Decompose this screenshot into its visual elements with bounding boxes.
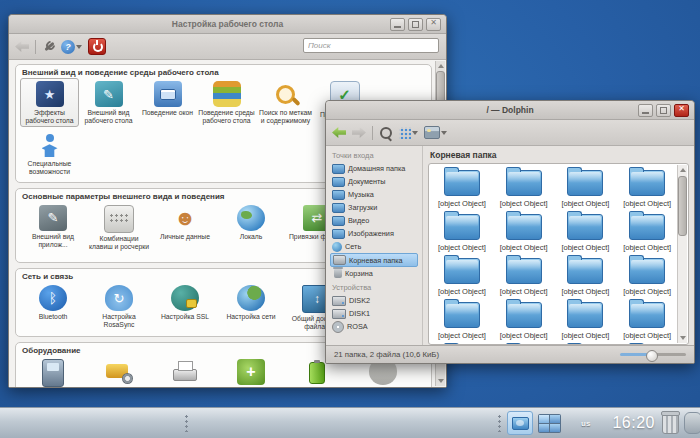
device-label: DISK2 bbox=[349, 296, 370, 305]
folder-item[interactable]: [object Object] bbox=[616, 170, 678, 214]
folder-item[interactable]: [object Object] bbox=[616, 302, 678, 345]
scrollbar-thumb[interactable] bbox=[678, 176, 687, 236]
place-item[interactable]: Домашняя папка bbox=[330, 162, 418, 175]
folder-item[interactable]: [object Object] bbox=[431, 258, 493, 302]
place-item[interactable]: Сеть bbox=[330, 240, 418, 253]
settings-item[interactable]: Действия для устройств bbox=[86, 356, 152, 387]
settings-item[interactable]: Локаль bbox=[218, 202, 284, 243]
scroll-up-icon[interactable] bbox=[680, 168, 686, 172]
settings-item[interactable]: Личные данные bbox=[152, 202, 218, 243]
forward-button[interactable] bbox=[352, 127, 366, 138]
panel-cashew-icon[interactable] bbox=[684, 412, 700, 434]
device-icon bbox=[332, 296, 346, 306]
settings-item[interactable]: Эффекты рабочего стола bbox=[20, 78, 79, 127]
folder-item[interactable]: [object Object] bbox=[493, 214, 555, 258]
settings-item-label: Поиск по меткам и содержимому bbox=[257, 109, 314, 125]
device-item[interactable]: ROSA bbox=[330, 320, 418, 333]
folder-item[interactable]: [object Object] bbox=[555, 302, 617, 345]
settings-item[interactable]: Поведение окон bbox=[138, 78, 197, 119]
scroll-down-icon[interactable] bbox=[438, 379, 444, 383]
settings-item[interactable]: Поиск по меткам и содержимому bbox=[256, 78, 315, 127]
place-item[interactable]: Изображения bbox=[330, 227, 418, 240]
place-item[interactable]: Музыка bbox=[330, 188, 418, 201]
settings-item[interactable]: Настройка сети bbox=[218, 282, 284, 323]
device-icon bbox=[332, 309, 346, 319]
folder-item[interactable]: [object Object] bbox=[616, 258, 678, 302]
settings-item[interactable]: Специальные возможности bbox=[20, 129, 79, 178]
place-item[interactable]: Корневая папка bbox=[330, 253, 418, 267]
scroll-down-icon[interactable] bbox=[680, 336, 686, 340]
folder-item[interactable]: [object Object] bbox=[493, 258, 555, 302]
settings-item[interactable]: Настройка принтеров, очередей печати... bbox=[152, 356, 218, 387]
folder-label: [object Object] bbox=[561, 287, 609, 296]
folder-item[interactable]: [object Object] bbox=[555, 258, 617, 302]
place-item[interactable]: Видео bbox=[330, 214, 418, 227]
[object Object][interactable] bbox=[124, 411, 149, 436]
minimize-icon[interactable] bbox=[638, 104, 653, 117]
folder-item[interactable]: [object Object] bbox=[431, 170, 493, 214]
configure-button[interactable] bbox=[42, 40, 55, 53]
device-item[interactable]: DISK1 bbox=[330, 307, 418, 320]
settings-item[interactable]: Bluetooth bbox=[20, 282, 86, 323]
place-item[interactable]: Загрузки bbox=[330, 201, 418, 214]
settings-item[interactable]: Настройка RosaSync bbox=[86, 282, 152, 331]
dolphin-task-button[interactable] bbox=[507, 411, 533, 435]
settings-item[interactable]: Настройка SSL bbox=[152, 282, 218, 323]
settings-item[interactable]: Средства управления оборудованием bbox=[218, 356, 284, 387]
clock[interactable]: 16:20 bbox=[612, 414, 655, 432]
help-button[interactable] bbox=[61, 40, 82, 54]
[object Object][interactable] bbox=[94, 411, 119, 436]
close-icon[interactable] bbox=[674, 104, 689, 117]
panel-handle[interactable] bbox=[497, 414, 502, 432]
slider-knob[interactable] bbox=[646, 350, 658, 362]
desktop-pager[interactable] bbox=[538, 414, 561, 433]
zoom-slider[interactable] bbox=[620, 349, 686, 361]
maximize-icon[interactable] bbox=[408, 18, 423, 31]
folder-item[interactable]: [object Object] bbox=[431, 302, 493, 345]
[object Object][interactable] bbox=[64, 411, 89, 436]
dolphin-titlebar[interactable]: / — Dolphin bbox=[326, 101, 694, 120]
close-icon[interactable] bbox=[426, 18, 441, 31]
trash-icon[interactable] bbox=[662, 413, 679, 434]
panel-handle[interactable] bbox=[184, 414, 189, 432]
folder-item[interactable]: [object Object] bbox=[493, 170, 555, 214]
scroll-up-icon[interactable] bbox=[438, 64, 444, 68]
folder-item[interactable]: [object Object] bbox=[493, 302, 555, 345]
settings-item[interactable]: Комбинации клавиш и росчерки bbox=[86, 202, 152, 253]
settings-item[interactable]: Внешние носители bbox=[20, 356, 86, 387]
dolphin-main: Точки входа Домашняя папка Документы Муз… bbox=[326, 146, 694, 345]
settings-titlebar[interactable]: Настройка рабочего стола bbox=[9, 15, 446, 34]
keyboard-layout-indicator[interactable]: us bbox=[581, 419, 590, 428]
place-item[interactable]: Корзина bbox=[330, 267, 418, 280]
search-icon bbox=[379, 126, 393, 140]
[object Object][interactable] bbox=[4, 411, 29, 436]
folder-item[interactable]: [object Object] bbox=[616, 214, 678, 258]
folder-item[interactable]: [object Object] bbox=[555, 170, 617, 214]
minimize-icon[interactable] bbox=[390, 18, 405, 31]
folder-item[interactable]: [object Object] bbox=[431, 214, 493, 258]
settings-item[interactable]: Внешний вид прилож... bbox=[20, 202, 86, 251]
device-label: ROSA bbox=[347, 322, 368, 331]
folder-icon bbox=[506, 258, 542, 284]
back-button[interactable] bbox=[15, 41, 29, 52]
search-input[interactable] bbox=[303, 38, 439, 53]
section-title: Внешний вид и поведение среды рабочего с… bbox=[22, 68, 427, 77]
back-button[interactable] bbox=[332, 127, 346, 138]
[object Object][interactable] bbox=[34, 411, 59, 436]
settings-item[interactable]: Внешний вид рабочего стола bbox=[79, 78, 138, 127]
settings-item[interactable]: Поведение среды рабочего стола bbox=[197, 78, 256, 127]
[object Object][interactable] bbox=[154, 411, 179, 436]
place-label: Корзина bbox=[345, 269, 373, 278]
quit-button[interactable] bbox=[88, 38, 106, 55]
settings-item-icon bbox=[39, 285, 67, 311]
place-item[interactable]: Документы bbox=[330, 175, 418, 188]
view-mode-button[interactable] bbox=[399, 127, 418, 139]
settings-item-icon bbox=[42, 359, 64, 387]
folder-item[interactable]: [object Object] bbox=[555, 214, 617, 258]
preview-button[interactable] bbox=[424, 126, 447, 139]
view-scrollbar[interactable] bbox=[677, 165, 687, 343]
maximize-icon[interactable] bbox=[656, 104, 671, 117]
device-item[interactable]: DISK2 bbox=[330, 294, 418, 307]
folder-icon bbox=[444, 258, 480, 284]
find-button[interactable] bbox=[379, 126, 393, 140]
